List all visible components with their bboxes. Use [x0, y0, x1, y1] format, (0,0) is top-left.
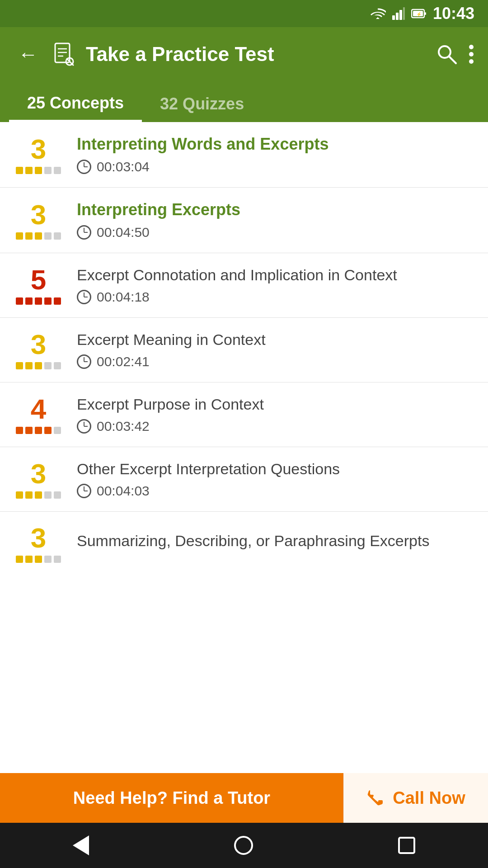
bar [16, 362, 23, 369]
app-bar: ← Take a Practice Test [0, 27, 488, 81]
score-number: 3 [31, 135, 46, 163]
bar [35, 491, 42, 499]
bar [16, 297, 23, 305]
tab-quizzes[interactable]: 32 Quizzes [142, 86, 262, 122]
nav-recents-button[interactable] [380, 832, 433, 859]
list-item[interactable]: 3 Interpreting Excerpts 00:04:50 [0, 188, 488, 253]
item-time: 00:03:04 [77, 159, 474, 175]
svg-rect-3 [403, 7, 405, 20]
score-bars [16, 362, 61, 369]
find-tutor-button[interactable]: Need Help? Find a Tutor [0, 773, 343, 823]
svg-rect-5 [425, 12, 426, 15]
tabs-bar: 25 Concepts 32 Quizzes [0, 81, 488, 122]
score-bars [16, 491, 61, 499]
back-button[interactable]: ← [14, 38, 42, 70]
item-content: Interpreting Excerpts 00:04:50 [77, 200, 474, 240]
bar [16, 556, 23, 563]
bar [25, 167, 33, 174]
list-item[interactable]: 3 Summarizing, Describing, or Paraphrasi… [0, 512, 488, 575]
score-block: 5 [14, 266, 63, 305]
tab-concepts[interactable]: 25 Concepts [9, 86, 142, 122]
bar [54, 427, 61, 434]
bar [25, 232, 33, 240]
document-icon [53, 42, 75, 66]
score-number: 5 [31, 266, 46, 294]
score-number: 3 [31, 460, 46, 488]
wifi-icon [370, 7, 386, 20]
bar [54, 362, 61, 369]
call-now-button[interactable]: Call Now [343, 773, 488, 823]
score-bars [16, 232, 61, 240]
item-title: Excerpt Meaning in Context [77, 331, 474, 349]
item-title: Interpreting Excerpts [77, 200, 474, 219]
item-time: 00:03:42 [77, 419, 474, 434]
bar [54, 297, 61, 305]
clock-icon [77, 225, 91, 240]
score-number: 4 [31, 395, 46, 423]
item-time: 00:04:03 [77, 483, 474, 499]
nav-home-button[interactable] [216, 831, 271, 859]
bar [25, 362, 33, 369]
svg-rect-2 [399, 10, 402, 20]
svg-text:⚡: ⚡ [416, 11, 422, 17]
list-item[interactable]: 3 Interpreting Words and Excerpts 00:03:… [0, 122, 488, 188]
bar [35, 427, 42, 434]
score-block: 3 [14, 135, 63, 174]
score-bars [16, 167, 61, 174]
bar [35, 297, 42, 305]
find-tutor-label: Need Help? Find a Tutor [73, 788, 270, 808]
home-circle-icon [234, 836, 253, 855]
item-title: Summarizing, Describing, or Paraphrasing… [77, 532, 474, 550]
score-bars [16, 556, 61, 563]
bar [35, 167, 42, 174]
nav-back-button[interactable] [55, 831, 107, 860]
item-title: Other Excerpt Interpretation Questions [77, 460, 474, 478]
list-item[interactable]: 3 Excerpt Meaning in Context 00:02:41 [0, 318, 488, 382]
bar [16, 232, 23, 240]
item-title: Excerpt Connotation and Implication in C… [77, 266, 474, 284]
bar [25, 297, 33, 305]
signal-icon [392, 7, 405, 20]
bar [44, 362, 52, 369]
bar [16, 427, 23, 434]
call-now-label: Call Now [393, 788, 465, 808]
bar [35, 362, 42, 369]
bar [25, 556, 33, 563]
clock-icon [77, 290, 91, 304]
list-item[interactable]: 4 Excerpt Purpose in Context 00:03:42 [0, 382, 488, 447]
item-title: Excerpt Purpose in Context [77, 396, 474, 413]
page-title: Take a Practice Test [86, 43, 426, 66]
back-triangle-icon [73, 835, 89, 855]
item-content: Excerpt Connotation and Implication in C… [77, 266, 474, 305]
bar [54, 491, 61, 499]
list-item[interactable]: 3 Other Excerpt Interpretation Questions… [0, 447, 488, 512]
svg-rect-0 [392, 15, 395, 20]
bar [16, 167, 23, 174]
score-number: 3 [31, 201, 46, 229]
bar [54, 167, 61, 174]
item-time: 00:04:18 [77, 289, 474, 305]
phone-icon [366, 788, 385, 807]
score-block: 3 [14, 330, 63, 369]
svg-point-16 [469, 52, 474, 57]
bar [44, 232, 52, 240]
search-icon[interactable] [436, 44, 457, 65]
svg-rect-1 [396, 13, 399, 20]
clock-icon [77, 160, 91, 174]
more-options-icon[interactable] [468, 44, 474, 65]
recents-square-icon [398, 837, 415, 854]
clock-icon [77, 354, 91, 369]
list-item[interactable]: 5 Excerpt Connotation and Implication in… [0, 253, 488, 318]
status-time: 10:43 [433, 4, 474, 23]
item-time: 00:04:50 [77, 225, 474, 240]
bar [35, 556, 42, 563]
item-title: Interpreting Words and Excerpts [77, 135, 474, 154]
bar [44, 491, 52, 499]
score-number: 3 [31, 330, 46, 359]
bar [54, 232, 61, 240]
item-content: Summarizing, Describing, or Paraphrasing… [77, 532, 474, 555]
bar [16, 491, 23, 499]
score-block: 3 [14, 460, 63, 499]
status-bar: ⚡ 10:43 [0, 0, 488, 27]
score-number: 3 [31, 524, 46, 552]
